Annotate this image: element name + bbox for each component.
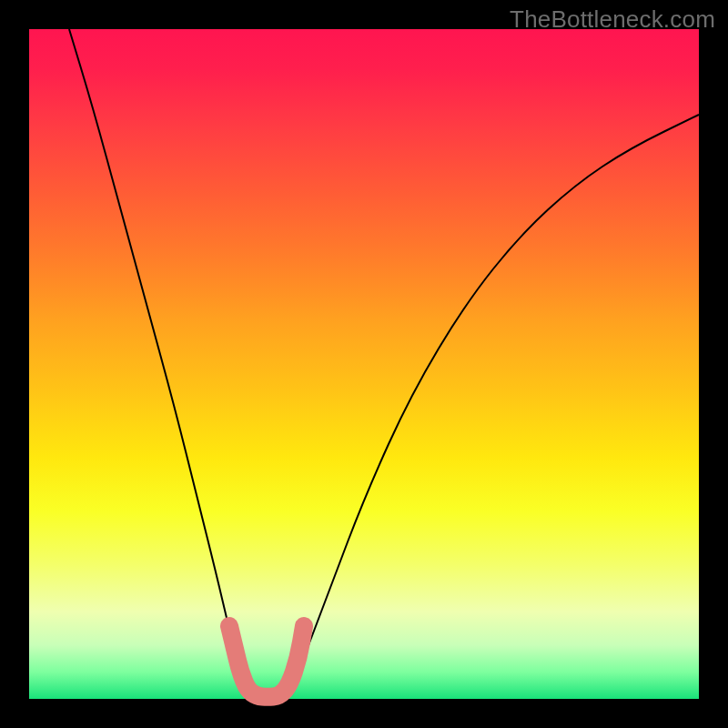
watermark-text: TheBottleneck.com: [510, 5, 715, 34]
plot-area: [29, 29, 699, 699]
series-group: [69, 29, 699, 699]
series-right-branch: [285, 115, 699, 699]
series-left-branch: [69, 29, 250, 699]
chart-svg: [29, 29, 699, 699]
chart-frame: TheBottleneck.com: [0, 0, 728, 728]
series-bottom-highlight: [229, 626, 304, 697]
